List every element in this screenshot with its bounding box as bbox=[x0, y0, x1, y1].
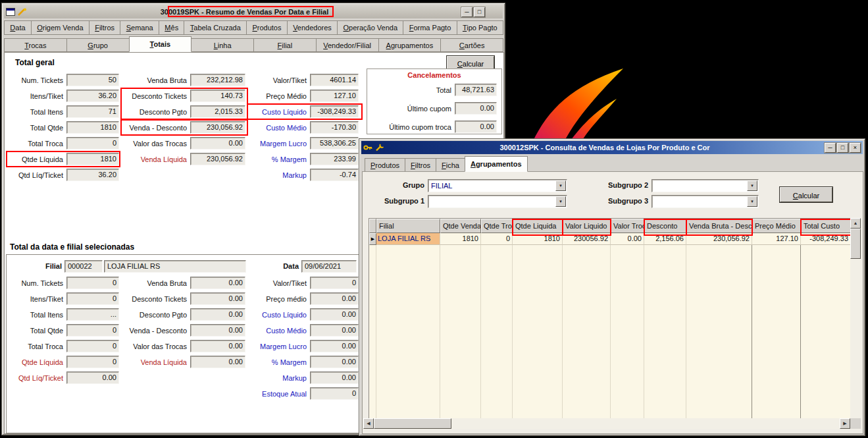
view-tab-trocas[interactable]: Trocas bbox=[4, 38, 67, 52]
total-geral-value-field: 2,015.33 bbox=[190, 105, 245, 118]
total-geral-row: Itens/Tiket36.20 bbox=[7, 90, 119, 102]
data-filial-label: Venda Líquida bbox=[122, 358, 190, 366]
scroll-right-icon[interactable]: ▶ bbox=[840, 418, 850, 429]
data-filial-row: Venda Líquida0.00 bbox=[122, 356, 245, 368]
column-header-qtde-troca[interactable]: Qtde Troca bbox=[481, 219, 513, 233]
menu-tab-filtros[interactable]: Filtros bbox=[89, 20, 121, 35]
grid-column-stripe bbox=[376, 233, 440, 418]
view-tab-filial[interactable]: Filial bbox=[253, 38, 317, 52]
grupo-label: Grupo bbox=[369, 181, 424, 189]
data-filial-value-field: ... bbox=[66, 308, 119, 321]
tab-produtos[interactable]: Produtos bbox=[365, 158, 405, 172]
maximize-button[interactable]: □ bbox=[474, 7, 485, 17]
menu-tab-tabela-cruzada[interactable]: Tabela Cruzada bbox=[184, 20, 247, 35]
data-filial-label: Desconto Tickets bbox=[122, 295, 190, 303]
menu-tab-opera-o-venda[interactable]: Operação Venda bbox=[337, 20, 403, 35]
view-tab-cart-es[interactable]: Cartões bbox=[440, 38, 503, 52]
total-geral-value-field: -170.30 bbox=[310, 121, 359, 134]
data-filial-value-field: 0 bbox=[66, 292, 119, 305]
grupo-dropdown[interactable]: FILIAL ▼ bbox=[428, 179, 567, 192]
minimize-button[interactable]: ─ bbox=[825, 143, 836, 153]
calcular-button[interactable]: Calcular bbox=[447, 56, 494, 69]
grid-cell[interactable]: -308,249.33 bbox=[801, 233, 850, 245]
subgrupo2-dropdown[interactable]: ▼ bbox=[651, 179, 759, 192]
maximize-button[interactable]: □ bbox=[837, 143, 848, 153]
view-tab-grupo[interactable]: Grupo bbox=[66, 38, 130, 52]
column-header-valor-liquido[interactable]: Valor Liquido bbox=[563, 219, 611, 233]
menu-tab-data[interactable]: Data bbox=[4, 20, 32, 35]
chevron-down-icon[interactable]: ▼ bbox=[747, 196, 757, 207]
grid-cell[interactable]: 0 bbox=[481, 233, 513, 245]
total-geral-row: Qtde Líquida1810 bbox=[7, 153, 119, 165]
grid-cell[interactable]: 230,056.92 bbox=[686, 233, 752, 245]
total-geral-value-field: 538,306.25 bbox=[310, 137, 359, 150]
view-tab-linha[interactable]: Linha bbox=[191, 38, 254, 52]
menu-tab-forma-pagto[interactable]: Forma Pagto bbox=[403, 20, 457, 35]
tab-agrupamentos[interactable]: Agrupamentos bbox=[465, 156, 528, 172]
data-filial-col3: Valor/Tiket0Preço médio0.00Custo Líquido… bbox=[248, 277, 359, 403]
close-button[interactable]: × bbox=[850, 143, 861, 153]
data-filial-row: Total Qtde0 bbox=[7, 324, 119, 337]
data-filial-row: Venda Bruta0.00 bbox=[122, 277, 245, 289]
data-filial-row: Valor das Trocas0.00 bbox=[122, 340, 245, 352]
scroll-up-icon[interactable]: ▲ bbox=[850, 218, 861, 229]
data-filial-label: Total Troca bbox=[7, 342, 66, 350]
grid-cell[interactable]: 0.00 bbox=[611, 233, 644, 245]
titlebar: 300012SPK - Consulta de Vendas de Lojas … bbox=[361, 141, 863, 154]
data-filial-value-field: 0.00 bbox=[190, 356, 245, 368]
column-header-valor-troca[interactable]: Valor Troca bbox=[611, 219, 644, 233]
menu-tab-vendedores[interactable]: Vendedores bbox=[287, 20, 338, 35]
tab-ficha[interactable]: Ficha bbox=[436, 158, 465, 172]
column-header-filial[interactable]: Filial bbox=[376, 219, 440, 233]
grid-cell[interactable]: 1810 bbox=[513, 233, 563, 245]
column-header-pre-o-m-dio[interactable]: Preço Médio bbox=[752, 219, 801, 233]
subgrupo1-label: Subgrupo 1 bbox=[369, 197, 424, 205]
column-header-qtde-liquida[interactable]: Qtde Liquida bbox=[513, 219, 563, 233]
chevron-down-icon[interactable]: ▼ bbox=[555, 196, 566, 207]
data-field[interactable]: 09/06/2021 bbox=[301, 260, 357, 273]
subgrupo1-dropdown[interactable]: ▼ bbox=[428, 195, 567, 208]
data-filial-value-field: 0.00 bbox=[190, 277, 245, 289]
data-filial-label: Qtde Líquida bbox=[7, 358, 66, 366]
subgrupo3-dropdown[interactable]: ▼ bbox=[651, 195, 759, 208]
grid-cell[interactable]: 127.10 bbox=[752, 233, 801, 245]
minimize-button[interactable]: ─ bbox=[461, 7, 472, 17]
cancelamentos-label: Último cupom bbox=[371, 105, 455, 113]
row-selector-cell[interactable]: ▶ bbox=[369, 233, 376, 245]
horizontal-scrollbar[interactable]: ◀ ▶ bbox=[363, 418, 850, 429]
column-header-qtde-venda[interactable]: Qtde Venda bbox=[440, 219, 481, 233]
column-header-total-custo[interactable]: Total Custo bbox=[801, 219, 850, 233]
vertical-scrollbar[interactable]: ▲ ▼ bbox=[850, 218, 861, 429]
row-selector-header bbox=[369, 219, 376, 233]
filial-name-field[interactable]: LOJA FILIAL RS bbox=[104, 260, 246, 273]
view-tab-agrupamentos[interactable]: Agrupamentos bbox=[378, 38, 442, 52]
chevron-down-icon[interactable]: ▼ bbox=[747, 180, 757, 191]
column-header-venda-bruta-desc[interactable]: Venda Bruta - Desc. bbox=[686, 219, 752, 233]
data-filial-row: Desconto Pgto0.00 bbox=[122, 308, 245, 321]
data-filial-label: % Margem bbox=[248, 358, 310, 366]
view-tab-totais[interactable]: Totais bbox=[129, 36, 192, 52]
grupo-value: FILIAL bbox=[431, 182, 452, 190]
chevron-down-icon[interactable]: ▼ bbox=[555, 180, 566, 191]
menu-tab-m-s[interactable]: Mês bbox=[159, 20, 184, 35]
scroll-left-icon[interactable]: ◀ bbox=[363, 418, 374, 429]
menu-tab-origem-venda[interactable]: Origem Venda bbox=[31, 20, 89, 35]
grid-cell[interactable]: 230056.92 bbox=[563, 233, 611, 245]
menu-tab-tipo-pagto[interactable]: Tipo Pagto bbox=[457, 20, 503, 35]
grid-cell-filial[interactable]: LOJA FILIAL RS bbox=[376, 233, 440, 245]
filial-code-field[interactable]: 000022 bbox=[64, 260, 103, 273]
menu-tab-produtos[interactable]: Produtos bbox=[246, 20, 288, 35]
cancelamentos-row: Último cupom0.00 bbox=[371, 102, 497, 115]
tab-filtros[interactable]: Filtros bbox=[405, 158, 436, 172]
window-controls: ─ □ bbox=[461, 7, 485, 17]
grid-cell[interactable]: 1810 bbox=[440, 233, 481, 245]
cancelamentos-heading: Cancelamentos bbox=[367, 71, 501, 79]
menu-tab-semana[interactable]: Semana bbox=[120, 20, 159, 35]
scrollbar-thumb[interactable] bbox=[850, 229, 861, 259]
cancelamentos-label: Último cupom troca bbox=[371, 123, 455, 131]
view-tab-vendedor-filial[interactable]: Vendedor/Filial bbox=[316, 38, 379, 52]
calcular-button[interactable]: Calcular bbox=[780, 187, 832, 202]
grid-cell[interactable]: 2,156.06 bbox=[644, 233, 686, 245]
scrollbar-thumb[interactable] bbox=[374, 418, 451, 429]
column-header-desconto[interactable]: Desconto bbox=[644, 219, 686, 233]
